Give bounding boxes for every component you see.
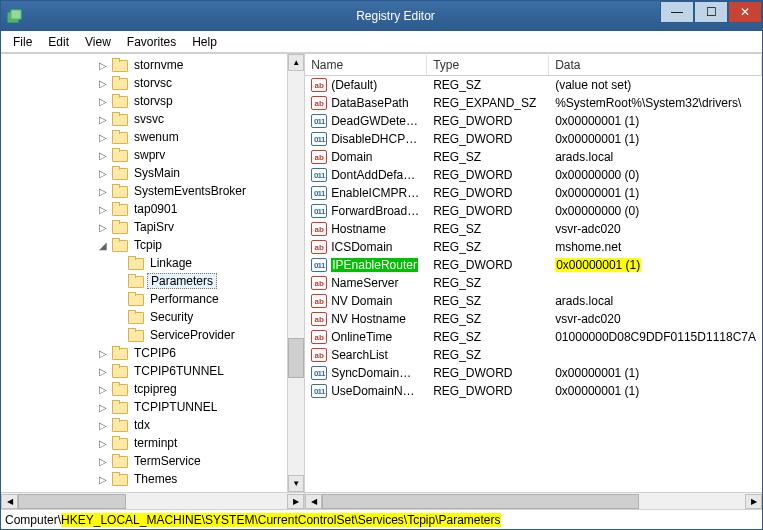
list-row[interactable]: 011UseDomainNam...REG_DWORD0x00000001 (1… [305,382,762,400]
scroll-track[interactable] [288,71,304,475]
expand-toggle[interactable]: ▷ [97,438,109,449]
expand-toggle[interactable]: ▷ [97,456,109,467]
list-row[interactable]: abNV HostnameREG_SZvsvr-adc020 [305,310,762,328]
tree-item[interactable]: ▷tcpipreg [1,380,304,398]
tree-item[interactable]: ▷tdx [1,416,304,434]
list-row[interactable]: 011DontAddDefault...REG_DWORD0x00000000 … [305,166,762,184]
list-row[interactable]: abDataBasePathREG_EXPAND_SZ%SystemRoot%\… [305,94,762,112]
expand-toggle[interactable]: ▷ [97,60,109,71]
expand-toggle[interactable]: ▷ [97,222,109,233]
expand-toggle[interactable]: ▷ [97,204,109,215]
expand-toggle[interactable]: ▷ [97,114,109,125]
value-type: REG_DWORD [427,204,549,218]
menu-file[interactable]: File [5,33,40,51]
tree-item[interactable]: ▷SysMain [1,164,304,182]
menu-help[interactable]: Help [184,33,225,51]
tree-scroll[interactable]: ▷stornvme▷storvsc▷storvsp▷svsvc▷swenum▷s… [1,54,304,492]
list-row[interactable]: ab(Default)REG_SZ(value not set) [305,76,762,94]
expand-toggle[interactable]: ▷ [97,186,109,197]
tree-item[interactable]: Security [1,308,304,326]
tree-item[interactable]: ▷svsvc [1,110,304,128]
expand-toggle[interactable]: ▷ [97,168,109,179]
folder-icon [112,76,128,90]
expand-toggle[interactable]: ▷ [97,384,109,395]
tree-item[interactable]: ▷storvsp [1,92,304,110]
tree-item[interactable]: ▷swprv [1,146,304,164]
expand-toggle[interactable]: ▷ [97,348,109,359]
titlebar[interactable]: Registry Editor — ☐ ✕ [1,1,762,31]
string-value-icon: ab [311,96,327,110]
tree-item[interactable]: Parameters [1,272,304,290]
tree-item-label: SystemEventsBroker [131,184,249,198]
scroll-down-arrow[interactable]: ▼ [288,475,304,492]
scroll-left-arrow[interactable]: ◀ [305,494,322,509]
minimize-button[interactable]: — [660,1,694,23]
scroll-thumb[interactable] [18,494,126,509]
menu-edit[interactable]: Edit [40,33,77,51]
expand-toggle[interactable]: ▷ [97,420,109,431]
tree-item[interactable]: ◢Tcpip [1,236,304,254]
list-row[interactable]: 011DeadGWDetect...REG_DWORD0x00000001 (1… [305,112,762,130]
tree-vertical-scrollbar[interactable]: ▲ ▼ [287,54,304,492]
menu-view[interactable]: View [77,33,119,51]
list-row[interactable]: abHostnameREG_SZvsvr-adc020 [305,220,762,238]
value-data: 0x00000001 (1) [549,114,762,128]
value-name: SyncDomainWit... [331,366,421,380]
list-row[interactable]: 011IPEnableRouterREG_DWORD0x00000001 (1) [305,256,762,274]
scroll-thumb[interactable] [322,494,639,509]
scroll-right-arrow[interactable]: ▶ [745,494,762,509]
tree-item-label: stornvme [131,58,186,72]
list-row[interactable]: abNV DomainREG_SZarads.local [305,292,762,310]
tree-item[interactable]: ▷TCPIPTUNNEL [1,398,304,416]
tree-item[interactable]: ▷stornvme [1,56,304,74]
expand-toggle[interactable]: ▷ [97,150,109,161]
menu-favorites[interactable]: Favorites [119,33,184,51]
column-data[interactable]: Data [549,55,762,75]
column-type[interactable]: Type [427,55,549,75]
maximize-button[interactable]: ☐ [694,1,728,23]
list-row[interactable]: 011EnableICMPRedi...REG_DWORD0x00000001 … [305,184,762,202]
tree-item[interactable]: ▷TCPIP6TUNNEL [1,362,304,380]
scroll-thumb[interactable] [288,338,304,378]
close-button[interactable]: ✕ [728,1,762,23]
tree-item[interactable]: ▷swenum [1,128,304,146]
tree-item[interactable]: ▷TermService [1,452,304,470]
list-row[interactable]: abNameServerREG_SZ [305,274,762,292]
scroll-right-arrow[interactable]: ▶ [287,494,304,509]
expand-toggle[interactable]: ▷ [97,78,109,89]
column-name[interactable]: Name [305,55,427,75]
tree-item[interactable]: ▷tap0901 [1,200,304,218]
list-row[interactable]: abSearchListREG_SZ [305,346,762,364]
scroll-up-arrow[interactable]: ▲ [288,54,304,71]
expand-toggle[interactable]: ▷ [97,366,109,377]
list-row[interactable]: 011SyncDomainWit...REG_DWORD0x00000001 (… [305,364,762,382]
tree-item[interactable]: ▷TCPIP6 [1,344,304,362]
expand-toggle[interactable]: ▷ [97,96,109,107]
expand-toggle[interactable]: ▷ [97,474,109,485]
tree-item[interactable]: Linkage [1,254,304,272]
expand-toggle[interactable]: ▷ [97,132,109,143]
list-row[interactable]: 011ForwardBroadca...REG_DWORD0x00000000 … [305,202,762,220]
list-scroll[interactable]: ab(Default)REG_SZ(value not set)abDataBa… [305,76,762,492]
expand-toggle[interactable]: ◢ [97,240,109,251]
scroll-left-arrow[interactable]: ◀ [1,494,18,509]
tree-item[interactable]: ▷TapiSrv [1,218,304,236]
tree-item[interactable]: ▷terminpt [1,434,304,452]
tree-item[interactable]: ▷Themes [1,470,304,488]
list-row[interactable]: abDomainREG_SZarads.local [305,148,762,166]
tree-horizontal-scrollbar[interactable]: ◀ ▶ [1,492,304,509]
expand-toggle[interactable]: ▷ [97,402,109,413]
tree-item[interactable]: Performance [1,290,304,308]
list-row[interactable]: 011DisableDHCPMe...REG_DWORD0x00000001 (… [305,130,762,148]
list-horizontal-scrollbar[interactable]: ◀ ▶ [305,492,762,509]
registry-tree[interactable]: ▷stornvme▷storvsc▷storvsp▷svsvc▷swenum▷s… [1,54,304,490]
list-row[interactable]: abICSDomainREG_SZmshome.net [305,238,762,256]
tree-item[interactable]: ▷storvsc [1,74,304,92]
tree-item[interactable]: ServiceProvider [1,326,304,344]
list-row[interactable]: abOnlineTimeREG_SZ01000000D08C9DDF0115D1… [305,328,762,346]
tree-item[interactable]: ▷SystemEventsBroker [1,182,304,200]
tree-item-label: swprv [131,148,168,162]
binary-value-icon: 011 [311,114,327,128]
list-header[interactable]: Name Type Data [305,54,762,76]
values-list[interactable]: ab(Default)REG_SZ(value not set)abDataBa… [305,76,762,400]
